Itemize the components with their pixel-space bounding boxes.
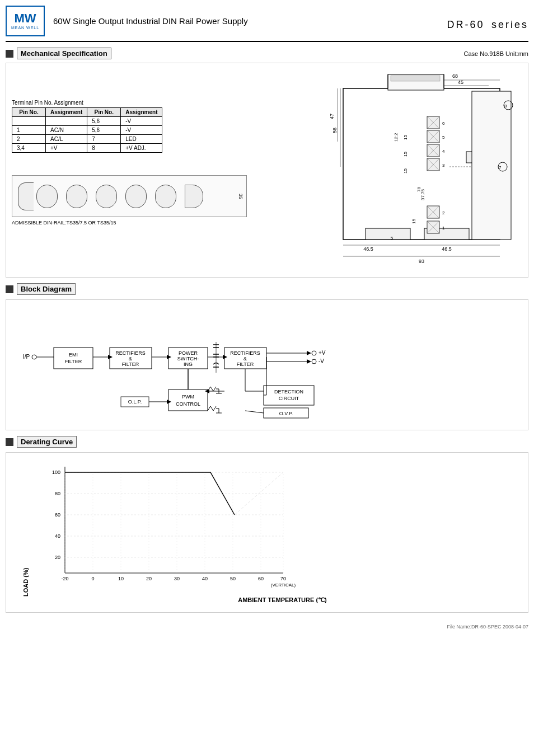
logo: MW MEAN WELL [6, 6, 45, 36]
cell: -V [121, 117, 162, 126]
section-icon [6, 285, 13, 293]
derating-content: LOAD (%) 100 80 [6, 452, 528, 613]
derating-chart-svg: 100 80 60 40 20 [37, 461, 306, 595]
block-diagram-content: I/P EMI FILTER RECTIFIERS & FILTER POWER [6, 299, 528, 430]
din-connector-2 [66, 185, 87, 208]
svg-text:7: 7 [499, 165, 502, 170]
svg-line-126 [213, 387, 216, 391]
derating-title: Derating Curve [6, 436, 528, 448]
logo-mw: MW [14, 12, 36, 25]
svg-rect-8 [391, 76, 440, 81]
svg-text:RECTIFIERS: RECTIFIERS [115, 350, 146, 356]
cell: 1 [12, 126, 46, 135]
cell: +V [46, 144, 87, 153]
svg-rect-105 [168, 389, 208, 411]
svg-text:FILTER: FILTER [65, 359, 82, 364]
din-label: ADMISSIBLE DIN-RAIL:TS35/7.5 OR TS35/15 [12, 220, 276, 226]
svg-text:15: 15 [403, 135, 408, 140]
svg-marker-100 [307, 359, 311, 364]
svg-text:10: 10 [118, 576, 124, 581]
din-connector-5 [155, 185, 176, 208]
mech-drawing-svg: 68 45 56 47 [276, 69, 522, 270]
terminal-label: Terminal Pin No. Assignment [12, 100, 276, 106]
header-title: 60W Single Output Industrial DIN Rail Po… [53, 16, 447, 26]
svg-text:6: 6 [442, 121, 445, 126]
block-diagram-title-text: Block Diagram [17, 283, 76, 295]
dim-35-label: 35 [238, 193, 243, 199]
col-pin-no-1: Pin No. [12, 108, 46, 117]
svg-text:DETECTION: DETECTION [274, 389, 303, 395]
terminal-table: Pin No. Assignment Pin No. Assignment 5,… [12, 107, 162, 153]
svg-text:FILTER: FILTER [237, 361, 254, 367]
col-assignment-1: Assignment [46, 108, 87, 117]
chart-container: LOAD (%) 100 80 [17, 461, 517, 597]
svg-text:RECTIFIERS: RECTIFIERS [230, 350, 260, 356]
svg-marker-96 [307, 351, 311, 355]
din-connector-4 [125, 185, 147, 208]
table-row: 5,6 -V [12, 117, 162, 126]
section-icon [6, 438, 13, 446]
svg-text:O.V.P.: O.V.P. [279, 411, 293, 416]
cell: -V [121, 126, 162, 135]
svg-text:+V: +V [318, 350, 326, 356]
svg-rect-17 [366, 228, 410, 240]
din-connector-3 [96, 185, 117, 208]
table-row: 3,4 +V 8 +V ADJ. [12, 144, 162, 153]
svg-rect-27 [472, 91, 511, 240]
svg-text:ING: ING [184, 361, 193, 367]
cell: 8 [87, 144, 121, 153]
svg-text:0: 0 [91, 576, 94, 581]
svg-point-64 [32, 355, 36, 359]
svg-text:2: 2 [442, 210, 445, 215]
case-info: Case No.918B Unit:mm [463, 50, 528, 57]
svg-marker-70 [108, 355, 113, 359]
svg-text:POWER: POWER [179, 350, 198, 356]
mechanical-title-text: Mechanical Specification [17, 48, 111, 59]
svg-text:-20: -20 [61, 576, 68, 581]
svg-text:&: & [129, 356, 132, 361]
cell: LED [121, 135, 162, 144]
svg-rect-66 [54, 348, 93, 369]
block-diagram-section: Block Diagram I/P EMI FILTER RECTIFIERS … [6, 283, 528, 430]
svg-text:&: & [243, 356, 247, 361]
svg-marker-76 [167, 355, 171, 359]
cell: 7 [87, 135, 121, 144]
svg-line-130 [208, 406, 210, 411]
svg-text:12.2: 12.2 [394, 133, 399, 142]
svg-text:5: 5 [442, 135, 445, 140]
cell [12, 117, 46, 126]
svg-text:15: 15 [403, 152, 408, 157]
svg-text:15: 15 [411, 219, 416, 224]
svg-text:CONTROL: CONTROL [176, 401, 200, 407]
svg-text:68: 68 [452, 73, 458, 79]
din-rail-area: 35 ADMISSIBLE DIN-RAIL:TS35/7.5 OR TS35/… [12, 175, 276, 226]
svg-line-136 [245, 411, 264, 413]
svg-text:80: 80 [55, 491, 60, 496]
svg-text:60: 60 [55, 512, 60, 518]
col-pin-no-2: Pin No. [87, 108, 121, 117]
svg-text:40: 40 [202, 576, 208, 581]
svg-text:20: 20 [146, 576, 152, 581]
derating-section: Derating Curve LOAD (%) 100 [6, 436, 528, 613]
svg-text:EMI: EMI [69, 352, 78, 358]
svg-marker-111 [167, 400, 171, 404]
svg-point-97 [312, 351, 316, 355]
block-diagram-title: Block Diagram [6, 283, 528, 295]
cell: 2 [12, 135, 46, 144]
block-diagram-svg: I/P EMI FILTER RECTIFIERS & FILTER POWER [17, 308, 510, 420]
svg-text:3: 3 [442, 163, 445, 168]
svg-text:70: 70 [280, 576, 286, 581]
mechanical-header-row: Mechanical Specification Case No.918B Un… [6, 48, 528, 59]
col-assignment-2: Assignment [121, 108, 162, 117]
cell: 5,6 [87, 117, 121, 126]
header: MW MEAN WELL 60W Single Output Industria… [6, 6, 528, 42]
section-icon [6, 50, 13, 58]
header-model: DR-60 series [447, 9, 528, 33]
footer-text: File Name:DR-60-SPEC 2008-04-07 [447, 624, 528, 630]
din-rail-box: 35 [12, 175, 247, 217]
svg-text:O.L.P.: O.L.P. [128, 399, 142, 405]
svg-line-125 [210, 387, 213, 391]
svg-text:56: 56 [332, 128, 338, 133]
svg-text:SWITCH-: SWITCH- [177, 356, 199, 361]
svg-text:100: 100 [52, 469, 60, 475]
